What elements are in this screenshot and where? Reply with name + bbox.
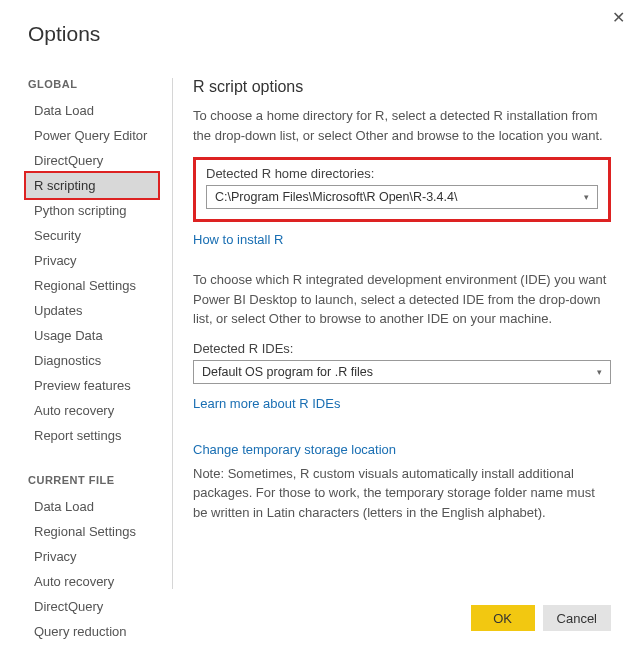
sidebar-item-diagnostics[interactable]: Diagnostics <box>26 348 158 373</box>
sidebar-item-regional-settings[interactable]: Regional Settings <box>26 273 158 298</box>
sidebar-item-cf-privacy[interactable]: Privacy <box>26 544 158 569</box>
page-heading: R script options <box>193 78 611 96</box>
sidebar-item-cf-data-load[interactable]: Data Load <box>26 494 158 519</box>
main-panel: R script options To choose a home direct… <box>172 78 611 589</box>
cancel-button[interactable]: Cancel <box>543 605 611 631</box>
ide-label: Detected R IDEs: <box>193 341 611 356</box>
sidebar-item-cf-report-settings[interactable]: Report settings <box>26 644 158 649</box>
sidebar-item-directquery[interactable]: DirectQuery <box>26 148 158 173</box>
learn-more-r-ides-link[interactable]: Learn more about R IDEs <box>193 396 340 411</box>
home-directory-dropdown[interactable]: C:\Program Files\Microsoft\R Open\R-3.4.… <box>206 185 598 209</box>
sidebar-item-security[interactable]: Security <box>26 223 158 248</box>
intro-text: To choose a home directory for R, select… <box>193 106 611 145</box>
change-temp-storage-link[interactable]: Change temporary storage location <box>193 442 396 457</box>
chevron-down-icon: ▾ <box>597 367 602 377</box>
sidebar-item-data-load[interactable]: Data Load <box>26 98 158 123</box>
sidebar-item-power-query-editor[interactable]: Power Query Editor <box>26 123 158 148</box>
note-text: Note: Sometimes, R custom visuals automa… <box>193 464 611 523</box>
how-to-install-r-link[interactable]: How to install R <box>193 232 283 247</box>
home-directory-section: Detected R home directories: C:\Program … <box>193 157 611 222</box>
ide-dropdown[interactable]: Default OS program for .R files ▾ <box>193 360 611 384</box>
ide-intro-text: To choose which R integrated development… <box>193 270 611 329</box>
sidebar-item-cf-query-reduction[interactable]: Query reduction <box>26 619 158 644</box>
chevron-down-icon: ▾ <box>584 192 589 202</box>
ide-value: Default OS program for .R files <box>202 365 373 379</box>
sidebar-item-r-scripting[interactable]: R scripting <box>26 173 158 198</box>
sidebar-item-report-settings[interactable]: Report settings <box>26 423 158 448</box>
sidebar-item-python-scripting[interactable]: Python scripting <box>26 198 158 223</box>
sidebar-header-global: GLOBAL <box>28 78 158 90</box>
dialog-footer: OK Cancel <box>471 605 611 631</box>
sidebar: GLOBAL Data Load Power Query Editor Dire… <box>28 78 158 649</box>
home-directory-label: Detected R home directories: <box>206 166 598 181</box>
ok-button[interactable]: OK <box>471 605 535 631</box>
sidebar-item-preview-features[interactable]: Preview features <box>26 373 158 398</box>
close-button[interactable]: ✕ <box>612 8 625 27</box>
sidebar-item-cf-auto-recovery[interactable]: Auto recovery <box>26 569 158 594</box>
sidebar-item-updates[interactable]: Updates <box>26 298 158 323</box>
sidebar-item-cf-directquery[interactable]: DirectQuery <box>26 594 158 619</box>
sidebar-header-current-file: CURRENT FILE <box>28 474 158 486</box>
sidebar-item-privacy[interactable]: Privacy <box>26 248 158 273</box>
sidebar-item-usage-data[interactable]: Usage Data <box>26 323 158 348</box>
dialog-title: Options <box>28 22 100 46</box>
sidebar-item-auto-recovery[interactable]: Auto recovery <box>26 398 158 423</box>
home-directory-value: C:\Program Files\Microsoft\R Open\R-3.4.… <box>215 190 457 204</box>
sidebar-item-cf-regional-settings[interactable]: Regional Settings <box>26 519 158 544</box>
